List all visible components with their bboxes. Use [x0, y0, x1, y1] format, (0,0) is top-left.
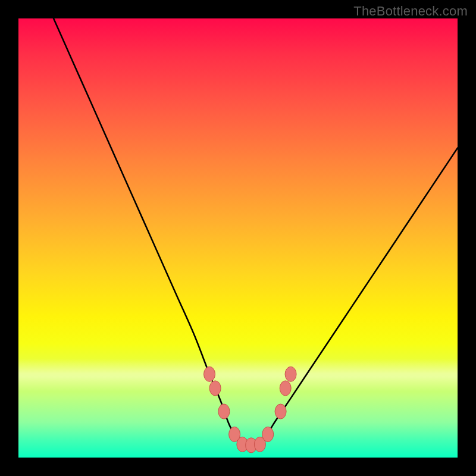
chart-svg [18, 18, 458, 458]
curve-marker [209, 381, 221, 396]
curve-marker [218, 404, 230, 419]
plot-area [18, 18, 458, 458]
curve-marker [275, 404, 286, 419]
curve-marker [280, 381, 291, 396]
curve-marker [285, 367, 296, 381]
curve-marker [262, 427, 274, 441]
watermark-text: TheBottleneck.com [353, 4, 468, 19]
marker-group [204, 367, 297, 453]
curve-line [54, 18, 458, 446]
chart-frame: TheBottleneck.com [0, 0, 476, 476]
curve-marker [204, 367, 215, 381]
